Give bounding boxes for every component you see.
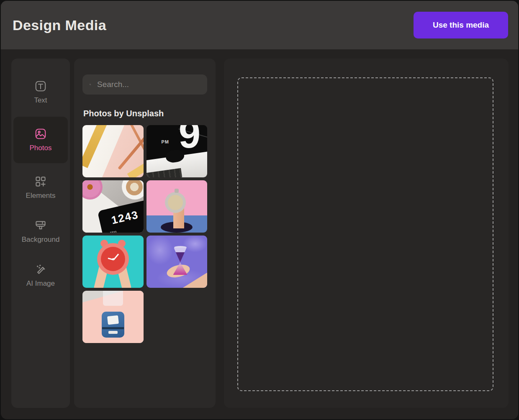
main-content: Text Photos Elements bbox=[1, 49, 518, 419]
scissors-decor bbox=[82, 125, 110, 168]
use-media-button[interactable]: Use this media bbox=[414, 12, 508, 38]
sidebar-item-label: Text bbox=[34, 96, 47, 105]
clock-face-decor bbox=[168, 195, 183, 210]
sidebar-item-ai-image[interactable]: AI Image bbox=[13, 256, 68, 295]
sidebar-item-label: AI Image bbox=[26, 279, 55, 288]
media-panel: Photos by Unsplash 9 PM bbox=[74, 59, 216, 408]
flip-band-decor bbox=[102, 327, 124, 329]
phone-day: Mon bbox=[110, 230, 117, 233]
sidebar: Text Photos Elements bbox=[11, 59, 70, 408]
latte-decor bbox=[126, 180, 143, 195]
ai-image-icon bbox=[34, 263, 47, 276]
sidebar-item-label: Elements bbox=[26, 192, 56, 200]
header: Design Media Use this media bbox=[1, 1, 518, 49]
flip-card-decor bbox=[107, 315, 119, 325]
hourglass-top-decor bbox=[173, 248, 188, 262]
media-drop-area[interactable] bbox=[237, 77, 493, 391]
photo-thumbnail-blue-flip-clock[interactable] bbox=[82, 291, 144, 343]
sidebar-item-photos[interactable]: Photos bbox=[13, 117, 68, 163]
photo-thumbnail-hand-alarm[interactable] bbox=[146, 180, 208, 233]
page-title: Design Media bbox=[13, 17, 106, 33]
canvas-panel bbox=[224, 59, 509, 408]
sidebar-item-elements[interactable]: Elements bbox=[13, 168, 68, 207]
design-media-window: Design Media Use this media Text Photos bbox=[1, 1, 518, 419]
photo-grid: 9 PM 1243 Mon bbox=[82, 125, 207, 343]
sidebar-item-background[interactable]: Background bbox=[13, 212, 68, 251]
glass-decor bbox=[103, 291, 123, 306]
pen-decor bbox=[118, 130, 143, 170]
sidebar-item-label: Background bbox=[22, 236, 60, 244]
elements-icon bbox=[34, 175, 47, 188]
photo-thumbnail-stationery[interactable] bbox=[82, 125, 144, 177]
flip-clock-meridiem: PM bbox=[162, 139, 170, 144]
background-icon bbox=[34, 219, 47, 232]
photos-icon bbox=[34, 128, 47, 140]
sidebar-item-label: Photos bbox=[30, 144, 52, 152]
phone-time: 1243 bbox=[110, 208, 140, 227]
photo-thumbnail-nine-pm[interactable]: 9 PM bbox=[146, 125, 208, 177]
photo-thumbnail-hourglass[interactable] bbox=[146, 236, 208, 288]
text-icon bbox=[34, 80, 47, 92]
clock-center-decor bbox=[112, 258, 114, 260]
sidebar-item-text[interactable]: Text bbox=[13, 73, 68, 112]
photo-thumbnail-phone-1243[interactable]: 1243 Mon bbox=[82, 180, 144, 233]
search-input-wrapper[interactable] bbox=[82, 74, 207, 95]
search-input[interactable] bbox=[96, 79, 200, 90]
clip-decor bbox=[127, 164, 143, 177]
photo-thumbnail-red-clock[interactable] bbox=[82, 236, 144, 288]
section-title: Photos by Unsplash bbox=[83, 109, 207, 118]
search-icon bbox=[89, 80, 91, 89]
flip-card-decor bbox=[108, 331, 118, 334]
clock-knob-decor bbox=[175, 189, 179, 193]
